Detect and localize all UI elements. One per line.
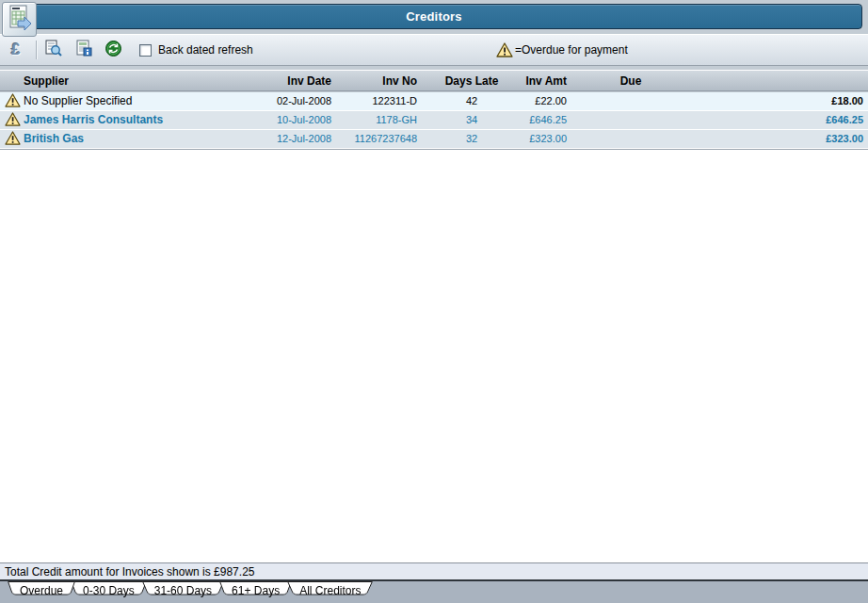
refresh-icon <box>105 41 121 60</box>
cell-due: £18.00 <box>760 95 863 106</box>
column-header-inv-amt[interactable]: Inv Amt <box>473 74 567 88</box>
table-row-2[interactable]: British Gas 12-Jul-2008 11267237648 32 £… <box>0 130 868 148</box>
table-row-1[interactable]: James Harris Consultants 10-Jul-2008 117… <box>0 111 868 129</box>
rows-bottom-divider <box>0 149 868 150</box>
spreadsheet-export-icon <box>8 5 32 35</box>
cell-inv-amt: £22.00 <box>473 95 567 106</box>
status-bar: Total Credit amount for Invoices shown i… <box>0 562 868 579</box>
document-search-icon <box>45 40 62 60</box>
back-dated-refresh-option[interactable]: Back dated refresh <box>139 41 253 59</box>
table-rows: No Supplier Specified 02-Jul-2008 122311… <box>0 92 868 150</box>
report-document-icon <box>76 40 92 60</box>
cell-inv-no: 11267237648 <box>311 133 417 144</box>
cell-inv-no: 1178-GH <box>311 114 417 125</box>
cell-inv-amt: £323.00 <box>473 133 567 144</box>
report-button[interactable] <box>76 41 92 59</box>
cell-supplier[interactable]: James Harris Consultants <box>24 113 163 126</box>
cell-inv-amt: £646.25 <box>473 114 567 125</box>
tab-bar: Overdue 0-30 Days 31-60 Days 61+ Days Al… <box>0 579 868 603</box>
column-header-due[interactable]: Due <box>603 74 659 88</box>
table-row-0[interactable]: No Supplier Specified 02-Jul-2008 122311… <box>0 92 868 110</box>
warning-triangle-icon <box>5 93 21 107</box>
column-header-supplier[interactable]: Supplier <box>24 74 69 88</box>
list-background <box>0 92 868 562</box>
overdue-legend: =Overdue for payment <box>496 41 628 59</box>
status-total-text: Total Credit amount for Invoices shown i… <box>0 565 254 579</box>
preview-search-button[interactable] <box>45 41 62 59</box>
app-icon-button[interactable] <box>2 2 37 37</box>
pound-payment-button[interactable]: £ <box>11 41 20 59</box>
cell-inv-no: 122311-D <box>311 95 417 106</box>
tab-label: 0-30 Days <box>83 584 135 597</box>
window-title: Creditors <box>406 9 462 24</box>
tab-all-creditors[interactable]: All Creditors <box>287 581 373 597</box>
refresh-button[interactable] <box>105 41 121 59</box>
toolbar: £ <box>0 34 868 66</box>
cell-supplier[interactable]: No Supplier Specified <box>24 94 132 107</box>
table-header: Supplier Inv Date Inv No Days Late Inv A… <box>0 70 868 91</box>
tab-label: 31-60 Days <box>154 584 212 597</box>
overdue-legend-text: =Overdue for payment <box>515 43 628 57</box>
tab-label: All Creditors <box>299 584 361 597</box>
tab-label: Overdue <box>20 584 63 597</box>
toolbar-separator <box>36 41 37 59</box>
back-dated-refresh-label: Back dated refresh <box>158 43 253 57</box>
cell-supplier[interactable]: British Gas <box>24 132 84 145</box>
tab-label: 61+ Days <box>232 584 280 597</box>
title-bar: Creditors <box>6 4 862 29</box>
column-header-inv-no[interactable]: Inv No <box>311 74 417 88</box>
warning-triangle-icon <box>5 112 21 126</box>
cell-due: £646.25 <box>760 114 863 125</box>
tab-61-days[interactable]: 61+ Days <box>219 581 292 597</box>
warning-triangle-icon <box>496 42 513 57</box>
tab-31-60-days[interactable]: 31-60 Days <box>142 581 224 597</box>
tab-overdue[interactable]: Overdue <box>8 581 75 597</box>
tab-0-30-days[interactable]: 0-30 Days <box>71 581 147 597</box>
pound-icon: £ <box>11 41 20 59</box>
warning-triangle-icon <box>5 131 21 145</box>
back-dated-refresh-checkbox[interactable] <box>139 44 152 57</box>
cell-due: £323.00 <box>760 133 863 144</box>
